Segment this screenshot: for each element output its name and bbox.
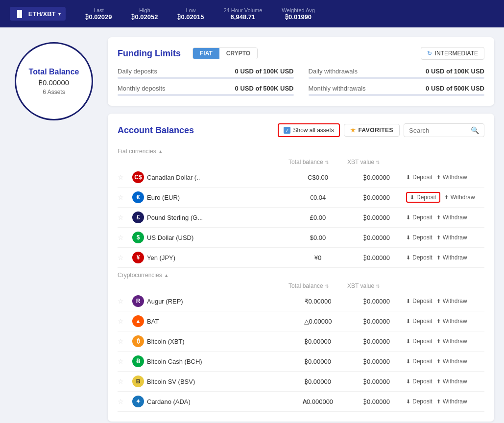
crypto-section-label: Cryptocurrencies ▲: [118, 268, 484, 281]
star-icon[interactable]: ☆: [118, 254, 132, 261]
currency-actions: ⬇ Deposit ⬆ Withdraw: [406, 174, 484, 181]
withdraw-icon: ⬆: [436, 378, 441, 385]
monthly-withdrawals-label: Monthly withdrawals: [309, 85, 366, 92]
deposit-button[interactable]: ⬇ Deposit: [406, 234, 432, 241]
withdraw-button[interactable]: ⬆ Withdraw: [436, 378, 467, 385]
daily-withdrawals-value: 0 USD of 100K USD: [426, 68, 484, 75]
total-balance-amount: △0.00000: [288, 318, 347, 325]
currency-actions: ⬇ Deposit ⬆ Withdraw: [406, 378, 484, 385]
currency-name: Euro (EUR): [147, 194, 288, 201]
currency-actions: ⬇ Deposit ⬆ Withdraw: [406, 214, 484, 221]
star-icon[interactable]: ☆: [118, 377, 132, 385]
pair-selector[interactable]: ▐▌ ETH/XBT ▾: [10, 7, 66, 21]
main-content: Total Balance ₿0.00000 6 Assets Funding …: [0, 27, 504, 423]
star-icon[interactable]: ☆: [118, 317, 132, 325]
currency-actions: ⬇ Deposit ⬆ Withdraw: [406, 298, 484, 305]
crypto-toggle-btn[interactable]: CRYPTO: [219, 48, 257, 59]
xbt-value-header: XBT value ⇅: [347, 159, 406, 165]
xbt-value-amount: ₿0.00000: [347, 378, 406, 385]
stat-volume-label: 24 Hour Volume: [223, 7, 262, 13]
star-icon[interactable]: ☆: [118, 173, 132, 181]
stat-high: High ₿0.02052: [131, 7, 158, 21]
withdraw-button[interactable]: ⬆ Withdraw: [436, 318, 467, 325]
withdraw-button[interactable]: ⬆ Withdraw: [436, 174, 467, 181]
currency-icon: ¥: [132, 252, 144, 263]
search-box: 🔍: [404, 123, 484, 137]
balance-amount: ₿0.00000: [39, 78, 69, 87]
star-icon[interactable]: ☆: [118, 357, 132, 365]
withdraw-button[interactable]: ⬆ Withdraw: [436, 358, 467, 365]
chart-icon: ▐▌: [15, 10, 24, 18]
intermediate-button[interactable]: ↻ INTERMEDIATE: [421, 47, 484, 60]
fiat-crypto-toggle: FIAT CRYPTO: [192, 47, 258, 59]
daily-deposits-value: 0 USD of 100K USD: [235, 68, 294, 75]
table-row: ☆ $ US Dollar (USD) $0.00 ₿0.00000 ⬇ Dep…: [118, 228, 484, 248]
deposit-button[interactable]: ⬇ Deposit: [406, 174, 432, 181]
withdraw-icon: ⬆: [444, 194, 449, 201]
star-icon[interactable]: ☆: [118, 234, 132, 241]
favorites-button[interactable]: ★ FAVORITES: [344, 124, 400, 137]
daily-deposits-progress: [118, 77, 294, 79]
deposit-button[interactable]: ⬇ Deposit: [406, 298, 432, 305]
withdraw-icon: ⬆: [436, 214, 441, 221]
deposit-button[interactable]: ⬇ Deposit: [406, 214, 432, 221]
left-panel: Total Balance ₿0.00000 6 Assets: [10, 37, 98, 422]
withdraw-button[interactable]: ⬆ Withdraw: [444, 194, 475, 201]
star-icon[interactable]: ☆: [118, 213, 132, 221]
table-row: ☆ Ƀ Bitcoin Cash (BCH) ₿0.00000 ₿0.00000…: [118, 352, 484, 372]
star-icon[interactable]: ☆: [118, 337, 132, 345]
crypto-table-header: Total balance ⇅ XBT value ⇅: [118, 281, 484, 291]
currency-actions: ⬇ Deposit ⬆ Withdraw: [406, 318, 484, 325]
total-balance-amount: $0.00: [288, 234, 347, 241]
currency-name: Bitcoin (XBT): [147, 338, 288, 345]
crypto-rows: ☆ R Augur (REP) ₹0.00000 ₿0.00000 ⬇ Depo…: [118, 291, 484, 412]
currency-icon: €: [132, 191, 144, 203]
fiat-toggle-btn[interactable]: FIAT: [193, 48, 219, 59]
deposit-button[interactable]: ⬇ Deposit: [406, 192, 440, 203]
funding-grid: Daily deposits 0 USD of 100K USD Daily w…: [118, 68, 484, 96]
withdraw-button[interactable]: ⬆ Withdraw: [436, 254, 467, 261]
table-row: ☆ ▲ BAT △0.00000 ₿0.00000 ⬇ Deposit ⬆ Wi…: [118, 311, 484, 331]
withdraw-button[interactable]: ⬆ Withdraw: [436, 214, 467, 221]
withdraw-button[interactable]: ⬆ Withdraw: [436, 398, 467, 405]
stat-low-label: Low: [186, 7, 195, 13]
show-all-assets-button[interactable]: ✓ Show all assets: [278, 123, 340, 137]
stat-weighted-value: ₿0.01990: [285, 13, 312, 21]
fiat-section-label: Fiat currencies ▲: [118, 144, 484, 157]
deposit-icon: ⬇: [406, 318, 410, 325]
table-row: ☆ ¥ Yen (JPY) ¥0 ₿0.00000 ⬇ Deposit ⬆ Wi…: [118, 248, 484, 268]
withdraw-button[interactable]: ⬆ Withdraw: [436, 338, 467, 345]
deposit-button[interactable]: ⬇ Deposit: [406, 398, 432, 405]
deposit-icon: ⬇: [406, 174, 410, 181]
refresh-icon: ↻: [427, 50, 432, 57]
deposit-icon: ⬇: [406, 214, 410, 221]
deposit-icon: ⬇: [406, 255, 410, 261]
currency-actions: ⬇ Deposit ⬆ Withdraw: [406, 398, 484, 405]
star-icon[interactable]: ☆: [118, 193, 132, 201]
xbt-value-amount: ₿0.00000: [347, 254, 406, 261]
deposit-icon: ⬇: [406, 358, 410, 365]
search-input[interactable]: [409, 127, 468, 134]
star-icon[interactable]: ☆: [118, 297, 132, 305]
deposit-button[interactable]: ⬇ Deposit: [406, 338, 432, 345]
deposit-button[interactable]: ⬇ Deposit: [406, 378, 432, 385]
table-row: ☆ € Euro (EUR) €0.04 ₿0.00000 ⬇ Deposit …: [118, 188, 484, 208]
monthly-deposits-label: Monthly deposits: [118, 85, 166, 92]
crypto-total-balance-header: Total balance ⇅: [288, 282, 347, 289]
fiat-table-header: Total balance ⇅ XBT value ⇅: [118, 157, 484, 167]
daily-deposits-item: Daily deposits 0 USD of 100K USD: [118, 68, 294, 79]
currency-actions: ⬇ Deposit ⬆ Withdraw: [406, 234, 484, 241]
right-panel: Funding Limits FIAT CRYPTO ↻ INTERMEDIAT…: [108, 37, 494, 422]
deposit-button[interactable]: ⬇ Deposit: [406, 318, 432, 325]
deposit-button[interactable]: ⬇ Deposit: [406, 254, 432, 261]
withdraw-button[interactable]: ⬆ Withdraw: [436, 234, 467, 241]
monthly-deposits-row: Monthly deposits 0 USD of 500K USD: [118, 85, 294, 92]
stat-last: Last ₿0.02029: [85, 7, 112, 21]
star-icon[interactable]: ☆: [118, 398, 132, 405]
daily-withdrawals-progress: [309, 77, 485, 79]
currency-icon: R: [132, 295, 144, 307]
deposit-button[interactable]: ⬇ Deposit: [406, 358, 432, 365]
currency-actions: ⬇ Deposit ⬆ Withdraw: [406, 338, 484, 345]
withdraw-button[interactable]: ⬆ Withdraw: [436, 298, 467, 305]
stat-low: Low ₿0.02015: [177, 7, 204, 21]
